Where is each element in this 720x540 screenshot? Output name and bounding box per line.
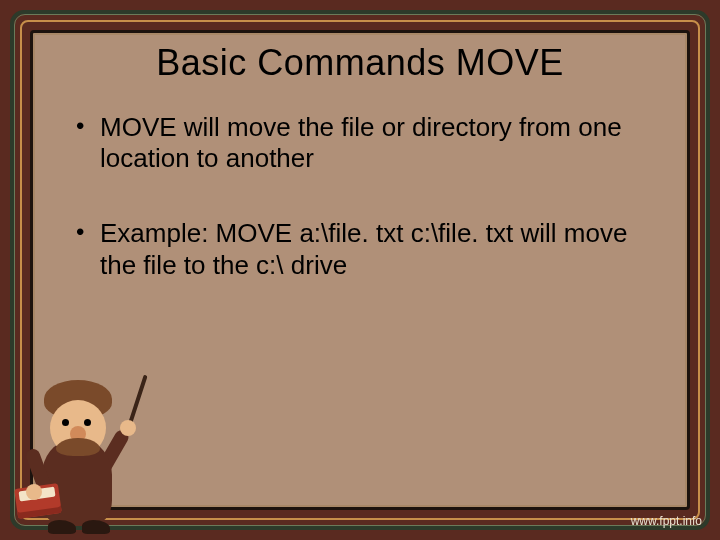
mascot-mustache xyxy=(56,438,100,456)
footer-source-link[interactable]: www.fppt.info xyxy=(631,514,702,528)
mascot-shoe xyxy=(82,520,110,534)
mascot-eye xyxy=(62,419,69,426)
mascot-shoe xyxy=(48,520,76,534)
mascot-hand xyxy=(26,484,42,500)
teacher-mascot-illustration xyxy=(2,366,142,536)
bullet-item: Example: MOVE a:\file. txt c:\file. txt … xyxy=(80,218,662,280)
mascot-hand xyxy=(120,420,136,436)
slide-title: Basic Commands MOVE xyxy=(58,42,662,84)
bullet-list: MOVE will move the file or directory fro… xyxy=(58,112,662,281)
bullet-item: MOVE will move the file or directory fro… xyxy=(80,112,662,174)
mascot-eye xyxy=(84,419,91,426)
